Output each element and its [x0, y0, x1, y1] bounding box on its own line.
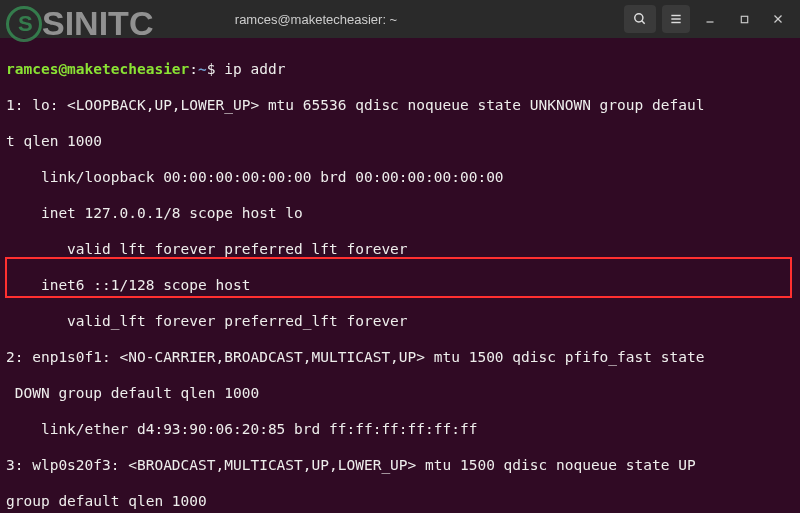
output-line: 1: lo: <LOOPBACK,UP,LOWER_UP> mtu 65536 … — [6, 96, 794, 114]
output-line: link/loopback 00:00:00:00:00:00 brd 00:0… — [6, 168, 794, 186]
output-line: inet6 ::1/128 scope host — [6, 276, 794, 294]
minimize-icon — [704, 13, 716, 25]
prompt-line-1: ramces@maketecheasier:~$ ip addr — [6, 60, 794, 78]
prompt-path: ~ — [198, 61, 207, 77]
svg-line-1 — [642, 21, 645, 24]
prompt-user-host: ramces@maketecheasier — [6, 61, 189, 77]
output-line: valid_lft forever preferred_lft forever — [6, 240, 794, 258]
output-line: inet 127.0.0.1/8 scope host lo — [6, 204, 794, 222]
output-line: t qlen 1000 — [6, 132, 794, 150]
prompt-dollar: $ — [207, 61, 216, 77]
maximize-button[interactable] — [730, 5, 758, 33]
prompt-colon: : — [189, 61, 198, 77]
titlebar: ramces@maketecheasier: ~ — [0, 0, 800, 38]
svg-rect-6 — [741, 16, 747, 22]
maximize-icon — [739, 14, 750, 25]
titlebar-controls — [624, 5, 792, 33]
output-line-highlighted: group default qlen 1000 — [6, 492, 794, 510]
window-title: ramces@maketecheasier: ~ — [8, 12, 624, 27]
minimize-button[interactable] — [696, 5, 724, 33]
search-icon — [633, 12, 647, 26]
output-line: link/ether d4:93:90:06:20:85 brd ff:ff:f… — [6, 420, 794, 438]
output-line: DOWN group default qlen 1000 — [6, 384, 794, 402]
output-line: valid_lft forever preferred_lft forever — [6, 312, 794, 330]
close-button[interactable] — [764, 5, 792, 33]
close-icon — [772, 13, 784, 25]
search-button[interactable] — [624, 5, 656, 33]
svg-point-0 — [635, 14, 643, 22]
hamburger-icon — [669, 12, 683, 26]
command-text: ip addr — [224, 61, 285, 77]
terminal-body[interactable]: ramces@maketecheasier:~$ ip addr 1: lo: … — [0, 38, 800, 513]
output-line-highlighted: 3: wlp0s20f3: <BROADCAST,MULTICAST,UP,LO… — [6, 456, 794, 474]
output-line: 2: enp1s0f1: <NO-CARRIER,BROADCAST,MULTI… — [6, 348, 794, 366]
hamburger-menu-button[interactable] — [662, 5, 690, 33]
